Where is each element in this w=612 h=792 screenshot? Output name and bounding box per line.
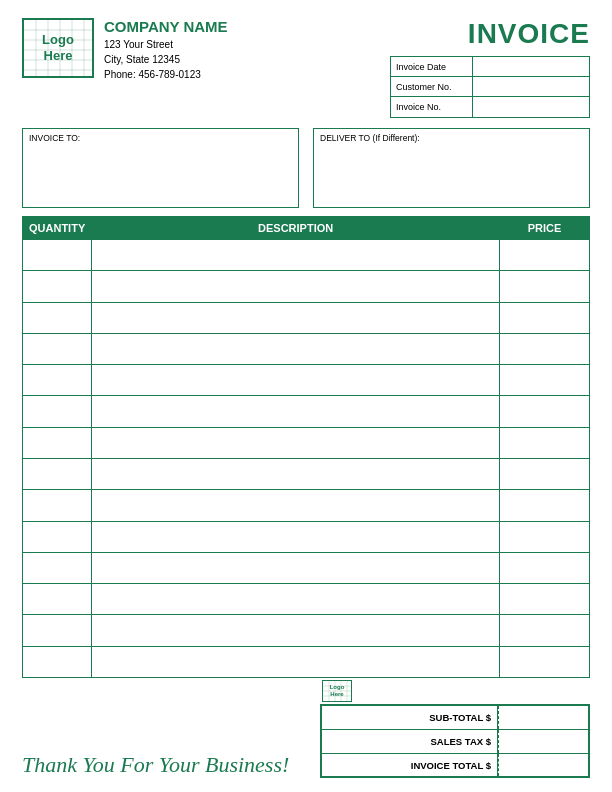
row-qty[interactable] (23, 490, 92, 521)
table-row[interactable] (23, 458, 590, 489)
logo-word2: Here (42, 48, 74, 64)
row-desc[interactable] (92, 427, 500, 458)
company-address2: City, State 12345 (104, 52, 228, 67)
row-qty[interactable] (23, 615, 92, 646)
col-quantity: QUANTITY (23, 217, 92, 240)
row-qty[interactable] (23, 240, 92, 271)
row-desc[interactable] (92, 584, 500, 615)
invoice-no-label: Invoice No. (391, 97, 473, 117)
table-row[interactable] (23, 521, 590, 552)
sub-total-value[interactable] (498, 706, 588, 729)
row-price[interactable] (500, 552, 590, 583)
logo-box: Logo Here (22, 18, 94, 78)
sales-tax-label: SALES TAX $ (322, 730, 498, 753)
invoice-to-label: INVOICE TO: (29, 133, 292, 143)
invoice-total-value[interactable] (498, 754, 588, 776)
invoice-to-box[interactable]: INVOICE TO: (22, 128, 299, 208)
company-phone: Phone: 456-789-0123 (104, 67, 228, 82)
table-row[interactable] (23, 333, 590, 364)
row-price[interactable] (500, 584, 590, 615)
row-desc[interactable] (92, 646, 500, 677)
row-desc[interactable] (92, 490, 500, 521)
table-row[interactable] (23, 584, 590, 615)
row-price[interactable] (500, 333, 590, 364)
row-price[interactable] (500, 458, 590, 489)
items-table: QUANTITY DESCRIPTION PRICE (22, 216, 590, 678)
table-row[interactable] (23, 427, 590, 458)
invoice-title: INVOICE (468, 18, 590, 50)
table-row[interactable] (23, 552, 590, 583)
row-qty[interactable] (23, 521, 92, 552)
small-logo-area: LogoHere (320, 680, 590, 702)
col-price: PRICE (500, 217, 590, 240)
row-desc[interactable] (92, 271, 500, 302)
totals-wrapper: SUB-TOTAL $ SALES TAX $ INVOICE TOTAL $ (320, 704, 590, 778)
invoice-no-row: Invoice No. (391, 97, 589, 117)
row-price[interactable] (500, 271, 590, 302)
invoice-date-row: Invoice Date (391, 57, 589, 77)
row-qty[interactable] (23, 271, 92, 302)
row-desc[interactable] (92, 302, 500, 333)
row-price[interactable] (500, 646, 590, 677)
invoice-no-value[interactable] (473, 97, 589, 117)
totals-section: LogoHere SUB-TOTAL $ SALES TAX $ INVOICE… (320, 680, 590, 778)
row-price[interactable] (500, 615, 590, 646)
row-qty[interactable] (23, 333, 92, 364)
table-row[interactable] (23, 646, 590, 677)
row-qty[interactable] (23, 552, 92, 583)
invoice-date-label: Invoice Date (391, 57, 473, 76)
table-row[interactable] (23, 240, 590, 271)
customer-no-value[interactable] (473, 77, 589, 96)
small-logo-box: LogoHere (322, 680, 352, 702)
row-desc[interactable] (92, 333, 500, 364)
footer: Thank You For Your Business! LogoHere (22, 680, 590, 778)
row-price[interactable] (500, 365, 590, 396)
col-description: DESCRIPTION (92, 217, 500, 240)
row-price[interactable] (500, 521, 590, 552)
invoice-total-label: INVOICE TOTAL $ (322, 754, 498, 776)
row-qty[interactable] (23, 427, 92, 458)
row-desc[interactable] (92, 521, 500, 552)
address-section: INVOICE TO: DELIVER TO (If Different): (22, 128, 590, 208)
company-address1: 123 Your Street (104, 37, 228, 52)
row-price[interactable] (500, 302, 590, 333)
row-desc[interactable] (92, 458, 500, 489)
deliver-to-box[interactable]: DELIVER TO (If Different): (313, 128, 590, 208)
table-row[interactable] (23, 365, 590, 396)
row-qty[interactable] (23, 458, 92, 489)
header: Logo Here COMPANY NAME 123 Your Street C… (22, 18, 590, 118)
table-row[interactable] (23, 302, 590, 333)
row-desc[interactable] (92, 552, 500, 583)
header-left: Logo Here COMPANY NAME 123 Your Street C… (22, 18, 228, 82)
invoice-date-value[interactable] (473, 57, 589, 76)
sales-tax-value[interactable] (498, 730, 588, 753)
deliver-to-label: DELIVER TO (If Different): (320, 133, 583, 143)
row-qty[interactable] (23, 646, 92, 677)
row-price[interactable] (500, 396, 590, 427)
row-price[interactable] (500, 490, 590, 521)
row-qty[interactable] (23, 396, 92, 427)
row-desc[interactable] (92, 365, 500, 396)
company-name: COMPANY NAME (104, 18, 228, 35)
row-price[interactable] (500, 240, 590, 271)
table-row[interactable] (23, 615, 590, 646)
sales-tax-row: SALES TAX $ (321, 729, 589, 753)
table-row[interactable] (23, 490, 590, 521)
row-desc[interactable] (92, 615, 500, 646)
thank-you-text: Thank You For Your Business! (22, 748, 289, 778)
row-qty[interactable] (23, 302, 92, 333)
row-desc[interactable] (92, 396, 500, 427)
table-row[interactable] (23, 271, 590, 302)
invoice-fields: Invoice Date Customer No. Invoice No. (390, 56, 590, 118)
row-qty[interactable] (23, 365, 92, 396)
row-qty[interactable] (23, 584, 92, 615)
row-desc[interactable] (92, 240, 500, 271)
customer-no-row: Customer No. (391, 77, 589, 97)
customer-no-label: Customer No. (391, 77, 473, 96)
table-row[interactable] (23, 396, 590, 427)
company-info: COMPANY NAME 123 Your Street City, State… (104, 18, 228, 82)
invoice-total-row: INVOICE TOTAL $ (321, 753, 589, 777)
header-right: INVOICE Invoice Date Customer No. Invoic… (390, 18, 590, 118)
row-price[interactable] (500, 427, 590, 458)
logo-word1: Logo (42, 32, 74, 48)
